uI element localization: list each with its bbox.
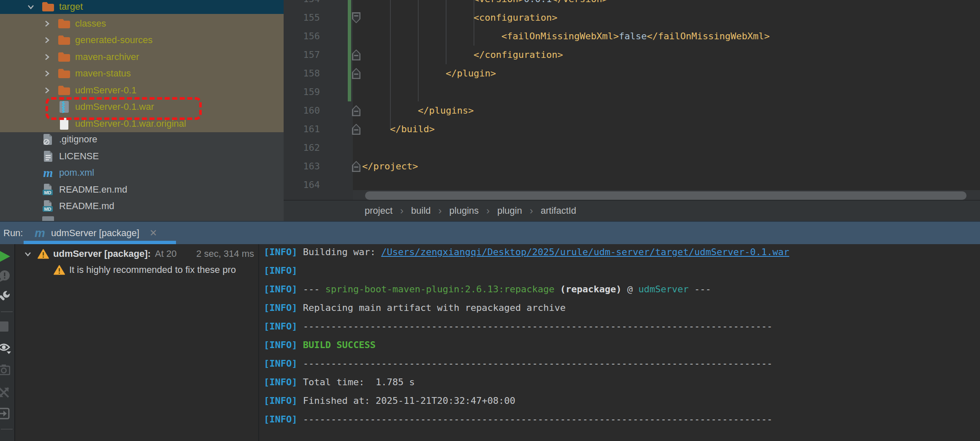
tree-item-classes[interactable]: classes	[0, 15, 284, 32]
fold-marker-icon[interactable]	[352, 105, 360, 116]
editor-line-157[interactable]: 157</configuration>	[284, 46, 980, 64]
console-line: [INFO] Building war: /Users/zengxiangqi/…	[259, 244, 980, 261]
close-icon[interactable]: ✕	[149, 228, 157, 239]
chevron-right-icon[interactable]	[42, 52, 51, 62]
ide-window: targetclassesgenerated-sourcesmaven-arch…	[0, 0, 980, 441]
editor-line-162[interactable]: 162	[284, 139, 980, 157]
line-number: 161	[284, 120, 320, 139]
tree-item-readme.md[interactable]: MDREADME.md	[0, 198, 284, 215]
code-text: </plugin>	[446, 64, 496, 83]
chevron-right-icon[interactable]	[42, 35, 51, 45]
warning-icon	[38, 249, 49, 259]
console-line: [INFO] Total time: 1.785 s	[259, 373, 980, 392]
line-number: 154	[284, 0, 320, 8]
tree-item-pom.xml[interactable]: mpom.xml	[0, 164, 284, 181]
code-text: <configuration>	[474, 8, 558, 27]
fold-marker-icon[interactable]	[352, 68, 360, 79]
horizontal-scrollbar-thumb[interactable]	[365, 191, 966, 200]
chevron-right-icon[interactable]	[42, 69, 51, 78]
editor-line-161[interactable]: 161</build>	[284, 120, 980, 139]
console-line: [INFO] ---------------------------------…	[259, 354, 980, 373]
fold-marker-icon[interactable]	[352, 124, 360, 135]
toolbar-divider	[1, 311, 13, 312]
tree-item-target[interactable]: target	[0, 0, 284, 15]
war-file-link[interactable]: /Users/zengxiangqi/Desktop/2025/urule/ud…	[381, 247, 789, 257]
line-number: 155	[284, 8, 320, 27]
tree-item-maven-archiver[interactable]: maven-archiver	[0, 49, 284, 65]
line-number: 162	[284, 139, 320, 157]
line-number: 159	[284, 83, 320, 101]
tree-item-license[interactable]: LICENSE	[0, 148, 284, 165]
folder-icon	[41, 0, 55, 13]
breadcrumb-separator-icon: ›	[400, 205, 403, 217]
editor-line-155[interactable]: 155<configuration>	[284, 8, 980, 27]
console-line: [INFO] --- spring-boot-maven-plugin:2.6.…	[259, 280, 980, 299]
editor-line-160[interactable]: 160</plugins>	[284, 101, 980, 120]
chevron-right-icon[interactable]	[42, 86, 51, 95]
line-number: 164	[284, 176, 320, 194]
stop-icon[interactable]	[0, 321, 11, 334]
editor-line-163[interactable]: 163</project>	[284, 157, 980, 176]
editor-line-158[interactable]: 158</plugin>	[284, 64, 980, 83]
folder-icon	[57, 17, 71, 30]
tree-item-readme.en.md[interactable]: MDREADME.en.md	[0, 181, 284, 198]
editor-line-159[interactable]: 159	[284, 83, 980, 101]
folder-icon	[57, 51, 71, 63]
tree-item-label: target	[59, 1, 83, 12]
rerun-icon[interactable]	[0, 249, 11, 263]
console-line: [INFO]	[259, 261, 980, 280]
breadcrumb-item-plugins[interactable]: plugins	[449, 205, 479, 216]
tree-item-label: maven-status	[75, 68, 131, 79]
chevron-down-icon[interactable]	[26, 2, 35, 11]
run-toolbar	[0, 244, 15, 441]
tree-item-label: maven-archiver	[75, 52, 139, 63]
fold-marker-icon[interactable]	[352, 161, 360, 172]
run-tree-warning-node[interactable]: It is highly recommended to fix these pr…	[54, 262, 236, 278]
breadcrumb-separator-icon: ›	[486, 205, 490, 217]
breadcrumb-separator-icon: ›	[530, 205, 533, 217]
tree-item-label: pom.xml	[59, 167, 94, 178]
breadcrumb: project›build›plugins›plugin›artifactId	[284, 200, 980, 221]
breadcrumb-separator-icon: ›	[439, 205, 442, 217]
red-dashed-highlight-box	[46, 97, 202, 120]
import-icon[interactable]	[0, 407, 11, 421]
line-number: 160	[284, 101, 320, 120]
license-icon	[41, 150, 55, 163]
tree-item-generated-sources[interactable]: generated-sources	[0, 32, 284, 49]
run-label: Run:	[3, 222, 23, 244]
eye-icon[interactable]	[0, 342, 11, 356]
editor-line-154[interactable]: 154<version>0.0.1</version>	[284, 0, 980, 8]
line-number: 156	[284, 27, 320, 46]
chevron-right-icon[interactable]	[42, 19, 51, 28]
fold-marker-icon[interactable]	[352, 12, 360, 23]
chevron-down-icon[interactable]	[23, 249, 32, 259]
markdown-icon: MD	[41, 183, 55, 196]
code-text: </project>	[362, 157, 418, 176]
tree-item-label: generated-sources	[75, 35, 152, 46]
breadcrumb-item-artifactId[interactable]: artifactId	[541, 205, 576, 216]
tree-item-label: classes	[75, 18, 106, 29]
console-line: [INFO] ---------------------------------…	[259, 410, 980, 429]
code-text: </configuration>	[474, 46, 563, 64]
tree-item-maven-status[interactable]: maven-status	[0, 65, 284, 82]
folder-icon	[57, 34, 71, 46]
line-number: 163	[284, 157, 320, 176]
clear-icon[interactable]	[0, 386, 11, 400]
line-number: 157	[284, 46, 320, 64]
breadcrumb-item-plugin[interactable]: plugin	[497, 205, 522, 216]
camera-icon[interactable]	[0, 364, 11, 378]
run-tree-root-node[interactable]: udmServer [package]: At 20	[23, 246, 176, 262]
code-editor[interactable]: 154<version>0.0.1</version>155<configura…	[284, 0, 980, 200]
breadcrumb-item-project[interactable]: project	[365, 205, 393, 216]
wrench-icon[interactable]	[0, 290, 11, 303]
tree-item-label: LICENSE	[59, 151, 99, 162]
balloon-icon[interactable]	[0, 270, 11, 283]
editor-line-156[interactable]: 156<failOnMissingWebXml>false</failOnMis…	[284, 27, 980, 46]
tree-item-label: udmServer-0.1	[75, 85, 137, 96]
tree-item-udmserver-0.1[interactable]: udmServer-0.1	[0, 82, 284, 99]
code-text: <failOnMissingWebXml>false</failOnMissin…	[501, 27, 770, 46]
tree-item-.gitignore[interactable]: .gitignore	[0, 131, 284, 148]
breadcrumb-item-build[interactable]: build	[411, 205, 430, 216]
fold-marker-icon[interactable]	[352, 49, 360, 60]
build-console[interactable]: [INFO] Building war: /Users/zengxiangqi/…	[259, 244, 980, 441]
